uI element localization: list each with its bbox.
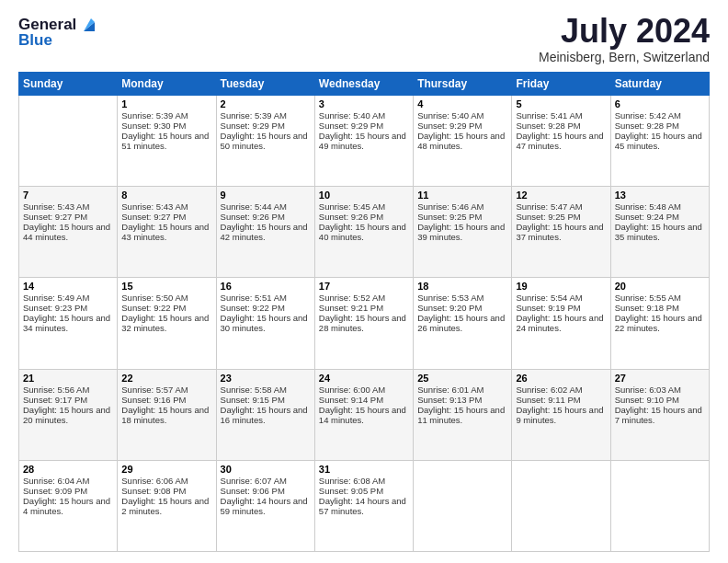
col-thursday: Thursday (414, 73, 512, 96)
daylight-text: Daylight: 15 hours and 9 minutes. (516, 405, 606, 425)
table-row: 8Sunrise: 5:43 AMSunset: 9:27 PMDaylight… (118, 187, 216, 278)
table-row: 12Sunrise: 5:47 AMSunset: 9:25 PMDayligh… (512, 187, 610, 278)
table-row: 23Sunrise: 5:58 AMSunset: 9:15 PMDayligh… (216, 369, 314, 460)
sunset-text: Sunset: 9:19 PM (516, 303, 606, 313)
day-number: 6 (615, 98, 705, 109)
table-row: 11Sunrise: 5:46 AMSunset: 9:25 PMDayligh… (414, 187, 512, 278)
day-number: 9 (221, 190, 311, 201)
sunrise-text: Sunrise: 6:03 AM (615, 385, 705, 395)
daylight-text: Daylight: 15 hours and 34 minutes. (23, 313, 113, 333)
day-number: 21 (23, 373, 113, 384)
sunset-text: Sunset: 9:26 PM (221, 212, 311, 222)
table-row: 20Sunrise: 5:55 AMSunset: 9:18 PMDayligh… (610, 278, 709, 369)
day-number: 20 (615, 281, 705, 292)
sunrise-text: Sunrise: 6:00 AM (319, 385, 409, 395)
sunrise-text: Sunrise: 5:40 AM (417, 110, 507, 121)
month-title: July 2024 (539, 15, 710, 48)
sunset-text: Sunset: 9:14 PM (319, 395, 409, 405)
table-row: 18Sunrise: 5:53 AMSunset: 9:20 PMDayligh… (414, 278, 512, 369)
daylight-text: Daylight: 15 hours and 42 minutes. (221, 222, 311, 242)
daylight-text: Daylight: 15 hours and 47 minutes. (516, 131, 606, 151)
daylight-text: Daylight: 15 hours and 37 minutes. (516, 222, 606, 242)
table-row: 15Sunrise: 5:50 AMSunset: 9:22 PMDayligh… (118, 278, 216, 369)
sunrise-text: Sunrise: 5:44 AM (221, 201, 311, 212)
sunset-text: Sunset: 9:25 PM (516, 212, 606, 222)
table-row: 13Sunrise: 5:48 AMSunset: 9:24 PMDayligh… (610, 187, 709, 278)
calendar-week-row: 21Sunrise: 5:56 AMSunset: 9:17 PMDayligh… (19, 369, 710, 460)
day-number: 4 (417, 98, 507, 109)
sunset-text: Sunset: 9:28 PM (615, 121, 705, 131)
sunset-text: Sunset: 9:28 PM (516, 121, 606, 131)
sunset-text: Sunset: 9:27 PM (23, 212, 113, 222)
sunrise-text: Sunrise: 5:41 AM (516, 110, 606, 121)
daylight-text: Daylight: 15 hours and 30 minutes. (221, 313, 311, 333)
day-number: 8 (121, 190, 211, 201)
daylight-text: Daylight: 15 hours and 24 minutes. (516, 313, 606, 333)
daylight-text: Daylight: 14 hours and 57 minutes. (319, 496, 409, 516)
calendar-week-row: 1Sunrise: 5:39 AMSunset: 9:30 PMDaylight… (19, 96, 710, 187)
table-row: 3Sunrise: 5:40 AMSunset: 9:29 PMDaylight… (314, 96, 413, 187)
table-row: 16Sunrise: 5:51 AMSunset: 9:22 PMDayligh… (216, 278, 314, 369)
sunrise-text: Sunrise: 5:58 AM (221, 385, 311, 395)
calendar-week-row: 14Sunrise: 5:49 AMSunset: 9:23 PMDayligh… (19, 278, 710, 369)
day-number: 23 (221, 373, 311, 384)
day-number: 2 (221, 98, 311, 109)
day-number: 10 (319, 190, 409, 201)
table-row: 2Sunrise: 5:39 AMSunset: 9:29 PMDaylight… (216, 96, 314, 187)
col-wednesday: Wednesday (314, 73, 413, 96)
day-number: 27 (615, 373, 705, 384)
sunset-text: Sunset: 9:22 PM (121, 303, 211, 313)
sunset-text: Sunset: 9:26 PM (319, 212, 409, 222)
sunset-text: Sunset: 9:29 PM (417, 121, 507, 131)
daylight-text: Daylight: 15 hours and 28 minutes. (319, 313, 409, 333)
day-number: 19 (516, 281, 606, 292)
sunrise-text: Sunrise: 5:43 AM (121, 201, 211, 212)
table-row: 28Sunrise: 6:04 AMSunset: 9:09 PMDayligh… (19, 460, 118, 551)
sunrise-text: Sunrise: 5:50 AM (121, 293, 211, 303)
daylight-text: Daylight: 15 hours and 16 minutes. (221, 405, 311, 425)
day-number: 11 (417, 190, 507, 201)
day-number: 1 (121, 98, 211, 109)
day-number: 5 (516, 98, 606, 109)
daylight-text: Daylight: 15 hours and 7 minutes. (615, 405, 705, 425)
table-row: 19Sunrise: 5:54 AMSunset: 9:19 PMDayligh… (512, 278, 610, 369)
table-row: 7Sunrise: 5:43 AMSunset: 9:27 PMDaylight… (19, 187, 118, 278)
col-tuesday: Tuesday (216, 73, 314, 96)
daylight-text: Daylight: 15 hours and 39 minutes. (417, 222, 507, 242)
daylight-text: Daylight: 15 hours and 40 minutes. (319, 222, 409, 242)
daylight-text: Daylight: 15 hours and 44 minutes. (23, 222, 113, 242)
day-number: 13 (615, 190, 705, 201)
table-row: 24Sunrise: 6:00 AMSunset: 9:14 PMDayligh… (314, 369, 413, 460)
calendar-table: Sunday Monday Tuesday Wednesday Thursday… (18, 72, 710, 552)
sunrise-text: Sunrise: 5:54 AM (516, 293, 606, 303)
day-number: 17 (319, 281, 409, 292)
sunrise-text: Sunrise: 5:43 AM (23, 201, 113, 212)
sunset-text: Sunset: 9:11 PM (516, 395, 606, 405)
sunrise-text: Sunrise: 5:39 AM (121, 110, 211, 121)
daylight-text: Daylight: 15 hours and 14 minutes. (319, 405, 409, 425)
sunset-text: Sunset: 9:08 PM (121, 486, 211, 496)
day-number: 18 (417, 281, 507, 292)
sunset-text: Sunset: 9:22 PM (221, 303, 311, 313)
sunset-text: Sunset: 9:25 PM (417, 212, 507, 222)
logo-icon (78, 15, 98, 35)
day-number: 15 (121, 281, 211, 292)
daylight-text: Daylight: 15 hours and 4 minutes. (23, 496, 113, 516)
day-number: 14 (23, 281, 113, 292)
day-number: 12 (516, 190, 606, 201)
daylight-text: Daylight: 15 hours and 48 minutes. (417, 131, 507, 151)
sunrise-text: Sunrise: 6:04 AM (23, 476, 113, 486)
sunset-text: Sunset: 9:24 PM (615, 212, 705, 222)
col-saturday: Saturday (610, 73, 709, 96)
sunrise-text: Sunrise: 5:49 AM (23, 293, 113, 303)
sunset-text: Sunset: 9:29 PM (221, 121, 311, 131)
daylight-text: Daylight: 15 hours and 11 minutes. (417, 405, 507, 425)
sunrise-text: Sunrise: 6:08 AM (319, 476, 409, 486)
table-row: 4Sunrise: 5:40 AMSunset: 9:29 PMDaylight… (414, 96, 512, 187)
daylight-text: Daylight: 15 hours and 22 minutes. (615, 313, 705, 333)
table-row (414, 460, 512, 551)
sunrise-text: Sunrise: 5:47 AM (516, 201, 606, 212)
daylight-text: Daylight: 14 hours and 59 minutes. (221, 496, 311, 516)
col-monday: Monday (118, 73, 216, 96)
sunrise-text: Sunrise: 6:07 AM (221, 476, 311, 486)
